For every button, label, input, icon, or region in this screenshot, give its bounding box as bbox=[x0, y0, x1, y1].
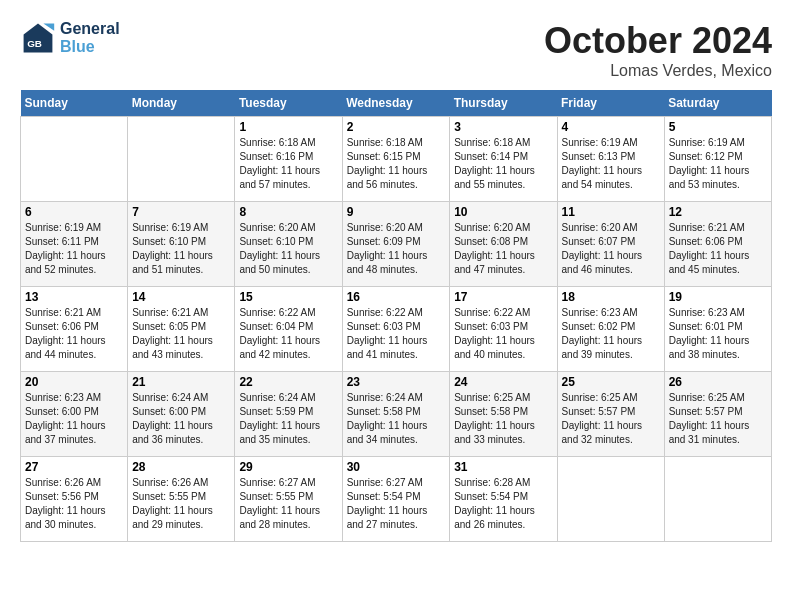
day-number: 1 bbox=[239, 120, 337, 134]
day-number: 8 bbox=[239, 205, 337, 219]
day-number: 9 bbox=[347, 205, 446, 219]
calendar-cell: 7Sunrise: 6:19 AM Sunset: 6:10 PM Daylig… bbox=[128, 202, 235, 287]
weekday-header-saturday: Saturday bbox=[664, 90, 771, 117]
calendar-cell: 25Sunrise: 6:25 AM Sunset: 5:57 PM Dayli… bbox=[557, 372, 664, 457]
calendar-cell: 31Sunrise: 6:28 AM Sunset: 5:54 PM Dayli… bbox=[450, 457, 557, 542]
calendar-cell: 15Sunrise: 6:22 AM Sunset: 6:04 PM Dayli… bbox=[235, 287, 342, 372]
day-content: Sunrise: 6:23 AM Sunset: 6:02 PM Dayligh… bbox=[562, 306, 660, 362]
day-content: Sunrise: 6:18 AM Sunset: 6:14 PM Dayligh… bbox=[454, 136, 552, 192]
day-content: Sunrise: 6:23 AM Sunset: 6:01 PM Dayligh… bbox=[669, 306, 767, 362]
day-number: 13 bbox=[25, 290, 123, 304]
day-number: 15 bbox=[239, 290, 337, 304]
calendar-cell: 14Sunrise: 6:21 AM Sunset: 6:05 PM Dayli… bbox=[128, 287, 235, 372]
day-number: 22 bbox=[239, 375, 337, 389]
day-content: Sunrise: 6:20 AM Sunset: 6:10 PM Dayligh… bbox=[239, 221, 337, 277]
calendar-cell: 20Sunrise: 6:23 AM Sunset: 6:00 PM Dayli… bbox=[21, 372, 128, 457]
calendar-cell: 2Sunrise: 6:18 AM Sunset: 6:15 PM Daylig… bbox=[342, 117, 450, 202]
day-number: 18 bbox=[562, 290, 660, 304]
day-number: 7 bbox=[132, 205, 230, 219]
day-content: Sunrise: 6:22 AM Sunset: 6:03 PM Dayligh… bbox=[454, 306, 552, 362]
day-number: 4 bbox=[562, 120, 660, 134]
calendar-cell: 28Sunrise: 6:26 AM Sunset: 5:55 PM Dayli… bbox=[128, 457, 235, 542]
page-header: GB General Blue October 2024 Lomas Verde… bbox=[20, 20, 772, 80]
calendar-cell: 13Sunrise: 6:21 AM Sunset: 6:06 PM Dayli… bbox=[21, 287, 128, 372]
day-number: 24 bbox=[454, 375, 552, 389]
calendar-cell: 19Sunrise: 6:23 AM Sunset: 6:01 PM Dayli… bbox=[664, 287, 771, 372]
day-content: Sunrise: 6:19 AM Sunset: 6:10 PM Dayligh… bbox=[132, 221, 230, 277]
day-number: 23 bbox=[347, 375, 446, 389]
calendar-cell: 23Sunrise: 6:24 AM Sunset: 5:58 PM Dayli… bbox=[342, 372, 450, 457]
calendar-cell: 27Sunrise: 6:26 AM Sunset: 5:56 PM Dayli… bbox=[21, 457, 128, 542]
day-content: Sunrise: 6:19 AM Sunset: 6:12 PM Dayligh… bbox=[669, 136, 767, 192]
logo-text-line2: Blue bbox=[60, 38, 120, 56]
calendar-table: SundayMondayTuesdayWednesdayThursdayFrid… bbox=[20, 90, 772, 542]
calendar-cell: 17Sunrise: 6:22 AM Sunset: 6:03 PM Dayli… bbox=[450, 287, 557, 372]
weekday-header-tuesday: Tuesday bbox=[235, 90, 342, 117]
title-area: October 2024 Lomas Verdes, Mexico bbox=[544, 20, 772, 80]
day-content: Sunrise: 6:19 AM Sunset: 6:11 PM Dayligh… bbox=[25, 221, 123, 277]
calendar-week-1: 1Sunrise: 6:18 AM Sunset: 6:16 PM Daylig… bbox=[21, 117, 772, 202]
weekday-header-monday: Monday bbox=[128, 90, 235, 117]
day-number: 26 bbox=[669, 375, 767, 389]
day-number: 2 bbox=[347, 120, 446, 134]
day-content: Sunrise: 6:25 AM Sunset: 5:57 PM Dayligh… bbox=[669, 391, 767, 447]
day-content: Sunrise: 6:18 AM Sunset: 6:16 PM Dayligh… bbox=[239, 136, 337, 192]
calendar-cell bbox=[128, 117, 235, 202]
day-number: 3 bbox=[454, 120, 552, 134]
day-number: 11 bbox=[562, 205, 660, 219]
weekday-header-thursday: Thursday bbox=[450, 90, 557, 117]
day-content: Sunrise: 6:21 AM Sunset: 6:06 PM Dayligh… bbox=[25, 306, 123, 362]
calendar-cell: 26Sunrise: 6:25 AM Sunset: 5:57 PM Dayli… bbox=[664, 372, 771, 457]
calendar-cell: 5Sunrise: 6:19 AM Sunset: 6:12 PM Daylig… bbox=[664, 117, 771, 202]
day-content: Sunrise: 6:22 AM Sunset: 6:03 PM Dayligh… bbox=[347, 306, 446, 362]
calendar-cell: 12Sunrise: 6:21 AM Sunset: 6:06 PM Dayli… bbox=[664, 202, 771, 287]
calendar-cell bbox=[664, 457, 771, 542]
calendar-cell: 1Sunrise: 6:18 AM Sunset: 6:16 PM Daylig… bbox=[235, 117, 342, 202]
day-content: Sunrise: 6:20 AM Sunset: 6:09 PM Dayligh… bbox=[347, 221, 446, 277]
day-content: Sunrise: 6:21 AM Sunset: 6:06 PM Dayligh… bbox=[669, 221, 767, 277]
logo: GB General Blue bbox=[20, 20, 120, 56]
day-number: 19 bbox=[669, 290, 767, 304]
calendar-week-3: 13Sunrise: 6:21 AM Sunset: 6:06 PM Dayli… bbox=[21, 287, 772, 372]
day-content: Sunrise: 6:21 AM Sunset: 6:05 PM Dayligh… bbox=[132, 306, 230, 362]
calendar-cell: 30Sunrise: 6:27 AM Sunset: 5:54 PM Dayli… bbox=[342, 457, 450, 542]
location-title: Lomas Verdes, Mexico bbox=[544, 62, 772, 80]
day-number: 16 bbox=[347, 290, 446, 304]
logo-icon: GB bbox=[20, 20, 56, 56]
day-content: Sunrise: 6:25 AM Sunset: 5:57 PM Dayligh… bbox=[562, 391, 660, 447]
calendar-cell: 4Sunrise: 6:19 AM Sunset: 6:13 PM Daylig… bbox=[557, 117, 664, 202]
weekday-header-row: SundayMondayTuesdayWednesdayThursdayFrid… bbox=[21, 90, 772, 117]
calendar-week-2: 6Sunrise: 6:19 AM Sunset: 6:11 PM Daylig… bbox=[21, 202, 772, 287]
calendar-cell: 24Sunrise: 6:25 AM Sunset: 5:58 PM Dayli… bbox=[450, 372, 557, 457]
calendar-week-5: 27Sunrise: 6:26 AM Sunset: 5:56 PM Dayli… bbox=[21, 457, 772, 542]
day-number: 25 bbox=[562, 375, 660, 389]
day-content: Sunrise: 6:26 AM Sunset: 5:56 PM Dayligh… bbox=[25, 476, 123, 532]
day-content: Sunrise: 6:22 AM Sunset: 6:04 PM Dayligh… bbox=[239, 306, 337, 362]
calendar-cell bbox=[557, 457, 664, 542]
day-number: 10 bbox=[454, 205, 552, 219]
day-number: 31 bbox=[454, 460, 552, 474]
day-number: 17 bbox=[454, 290, 552, 304]
calendar-cell: 3Sunrise: 6:18 AM Sunset: 6:14 PM Daylig… bbox=[450, 117, 557, 202]
weekday-header-wednesday: Wednesday bbox=[342, 90, 450, 117]
day-content: Sunrise: 6:26 AM Sunset: 5:55 PM Dayligh… bbox=[132, 476, 230, 532]
day-content: Sunrise: 6:27 AM Sunset: 5:55 PM Dayligh… bbox=[239, 476, 337, 532]
day-number: 5 bbox=[669, 120, 767, 134]
svg-text:GB: GB bbox=[27, 38, 42, 49]
day-content: Sunrise: 6:24 AM Sunset: 5:58 PM Dayligh… bbox=[347, 391, 446, 447]
logo-text-line1: General bbox=[60, 20, 120, 38]
day-number: 12 bbox=[669, 205, 767, 219]
day-number: 21 bbox=[132, 375, 230, 389]
calendar-week-4: 20Sunrise: 6:23 AM Sunset: 6:00 PM Dayli… bbox=[21, 372, 772, 457]
calendar-cell: 9Sunrise: 6:20 AM Sunset: 6:09 PM Daylig… bbox=[342, 202, 450, 287]
calendar-cell: 10Sunrise: 6:20 AM Sunset: 6:08 PM Dayli… bbox=[450, 202, 557, 287]
calendar-cell: 29Sunrise: 6:27 AM Sunset: 5:55 PM Dayli… bbox=[235, 457, 342, 542]
day-content: Sunrise: 6:18 AM Sunset: 6:15 PM Dayligh… bbox=[347, 136, 446, 192]
calendar-cell bbox=[21, 117, 128, 202]
calendar-cell: 8Sunrise: 6:20 AM Sunset: 6:10 PM Daylig… bbox=[235, 202, 342, 287]
day-number: 20 bbox=[25, 375, 123, 389]
month-title: October 2024 bbox=[544, 20, 772, 62]
day-number: 14 bbox=[132, 290, 230, 304]
calendar-cell: 11Sunrise: 6:20 AM Sunset: 6:07 PM Dayli… bbox=[557, 202, 664, 287]
day-number: 27 bbox=[25, 460, 123, 474]
